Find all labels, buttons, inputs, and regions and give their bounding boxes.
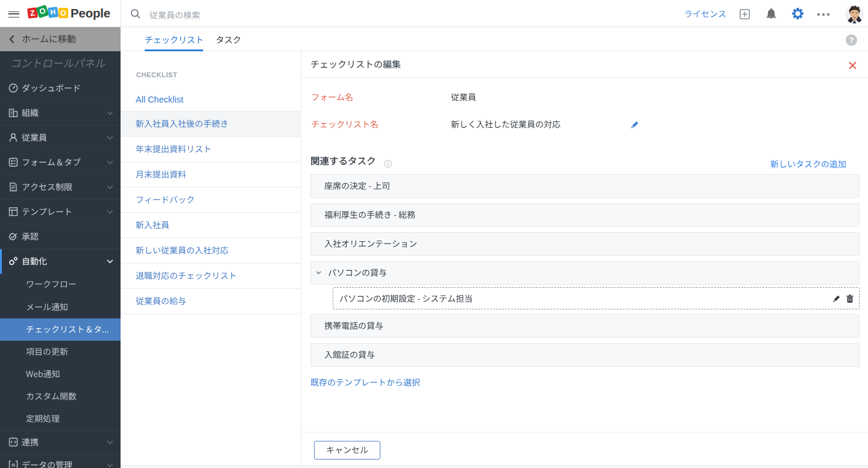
svg-text:?: ? (849, 36, 854, 45)
